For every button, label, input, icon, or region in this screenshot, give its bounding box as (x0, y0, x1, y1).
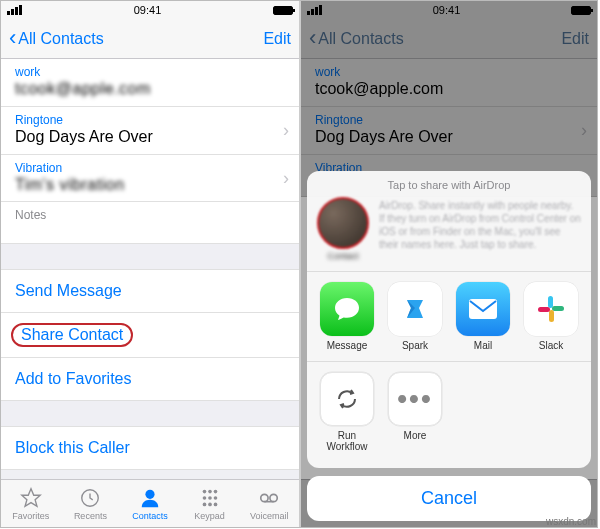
work-value: tcook@apple.com (15, 79, 287, 100)
share-app-message[interactable]: Message (317, 282, 377, 351)
section-gap (1, 401, 299, 427)
status-time: 09:41 (134, 4, 162, 16)
tab-bar: Favorites Recents Contacts Keypad Voicem… (1, 479, 299, 527)
svg-point-3 (202, 489, 206, 493)
app-label: Slack (539, 340, 563, 351)
section-gap (1, 244, 299, 270)
svg-rect-34 (538, 307, 550, 312)
svg-point-12 (261, 494, 268, 501)
star-icon (19, 487, 43, 509)
work-label: work (15, 65, 287, 79)
ringtone-value: Dog Days Are Over (15, 127, 287, 148)
mail-icon (456, 282, 510, 336)
share-apps-row: Message Spark Mail (307, 272, 591, 362)
edit-button[interactable]: Edit (263, 30, 291, 48)
tab-label: Contacts (132, 511, 168, 521)
share-action-more[interactable]: ••• More (385, 372, 445, 452)
block-caller-button[interactable]: Block this Caller (1, 427, 299, 470)
airdrop-contact[interactable]: Contact (317, 197, 369, 261)
chevron-right-icon: › (283, 167, 289, 188)
svg-rect-31 (548, 296, 553, 308)
message-icon (320, 282, 374, 336)
spark-icon (388, 282, 442, 336)
clock-icon (78, 487, 102, 509)
share-panel: Tap to share with AirDrop Contact AirDro… (307, 171, 591, 468)
tab-voicemail[interactable]: Voicemail (239, 480, 299, 527)
tab-label: Favorites (12, 511, 49, 521)
tab-label: Keypad (194, 511, 225, 521)
chevron-left-icon: ‹ (9, 27, 16, 49)
notes-label: Notes (15, 208, 287, 222)
svg-point-8 (213, 496, 217, 500)
send-message-button[interactable]: Send Message (1, 270, 299, 313)
workflow-icon (320, 372, 374, 426)
svg-point-11 (213, 502, 217, 506)
share-app-mail[interactable]: Mail (453, 282, 513, 351)
phone-left-contact-detail: 09:41 ‹ All Contacts Edit work tcook@app… (1, 1, 299, 527)
phone-right-share-sheet: 09:41 ‹ All Contacts Edit work tcook@app… (299, 1, 597, 527)
add-to-favorites-button[interactable]: Add to Favorites (1, 358, 299, 401)
back-label: All Contacts (18, 30, 103, 48)
status-bar: 09:41 (1, 1, 299, 19)
svg-point-5 (213, 489, 217, 493)
battery-icon (273, 6, 293, 15)
signal-icon (7, 5, 22, 15)
ringtone-label: Ringtone (15, 113, 287, 127)
airdrop-description: AirDrop. Share instantly with people nea… (379, 197, 581, 251)
vibration-label: Vibration (15, 161, 287, 175)
nav-bar: ‹ All Contacts Edit (1, 19, 299, 59)
row-ringtone[interactable]: Ringtone Dog Days Are Over › (1, 107, 299, 155)
app-label: Mail (474, 340, 492, 351)
keypad-icon (198, 487, 222, 509)
svg-rect-30 (469, 299, 497, 319)
share-contact-button[interactable]: Share Contact (1, 313, 299, 358)
tab-keypad[interactable]: Keypad (180, 480, 240, 527)
share-actions-row: Run Workflow ••• More (307, 362, 591, 462)
tab-favorites[interactable]: Favorites (1, 480, 61, 527)
svg-rect-33 (549, 310, 554, 322)
cancel-button[interactable]: Cancel (307, 476, 591, 521)
tab-label: Voicemail (250, 511, 289, 521)
share-app-slack[interactable]: Slack (521, 282, 581, 351)
chevron-right-icon: › (283, 120, 289, 141)
app-label: Spark (402, 340, 428, 351)
share-action-run-workflow[interactable]: Run Workflow (317, 372, 377, 452)
action-label: Run Workflow (317, 430, 377, 452)
app-label: Message (327, 340, 368, 351)
airdrop-avatar-icon (317, 197, 369, 249)
airdrop-hint: Tap to share with AirDrop (307, 179, 591, 195)
vibration-value: Tim's vibration (15, 175, 287, 196)
tab-label: Recents (74, 511, 107, 521)
tab-recents[interactable]: Recents (61, 480, 121, 527)
action-label: More (404, 430, 427, 441)
svg-marker-0 (22, 488, 40, 505)
svg-point-4 (208, 489, 212, 493)
more-icon: ••• (388, 372, 442, 426)
airdrop-contact-name: Contact (317, 251, 369, 261)
row-work-email[interactable]: work tcook@apple.com (1, 59, 299, 107)
svg-rect-32 (552, 306, 564, 311)
airdrop-row: Contact AirDrop. Share instantly with pe… (307, 195, 591, 272)
row-notes[interactable]: Notes (1, 202, 299, 244)
contact-icon (138, 487, 162, 509)
highlight-ring: Share Contact (11, 323, 133, 347)
voicemail-icon (257, 487, 281, 509)
row-vibration[interactable]: Vibration Tim's vibration › (1, 155, 299, 203)
svg-point-6 (202, 496, 206, 500)
svg-point-7 (208, 496, 212, 500)
svg-point-9 (202, 502, 206, 506)
tab-contacts[interactable]: Contacts (120, 480, 180, 527)
svg-point-13 (270, 494, 277, 501)
slack-icon (524, 282, 578, 336)
contact-details-list: work tcook@apple.com Ringtone Dog Days A… (1, 59, 299, 527)
back-button[interactable]: ‹ All Contacts (9, 28, 104, 50)
share-sheet: Tap to share with AirDrop Contact AirDro… (307, 171, 591, 521)
svg-point-2 (145, 489, 154, 498)
share-app-spark[interactable]: Spark (385, 282, 445, 351)
svg-point-10 (208, 502, 212, 506)
watermark: wsxdn.com (546, 516, 596, 527)
